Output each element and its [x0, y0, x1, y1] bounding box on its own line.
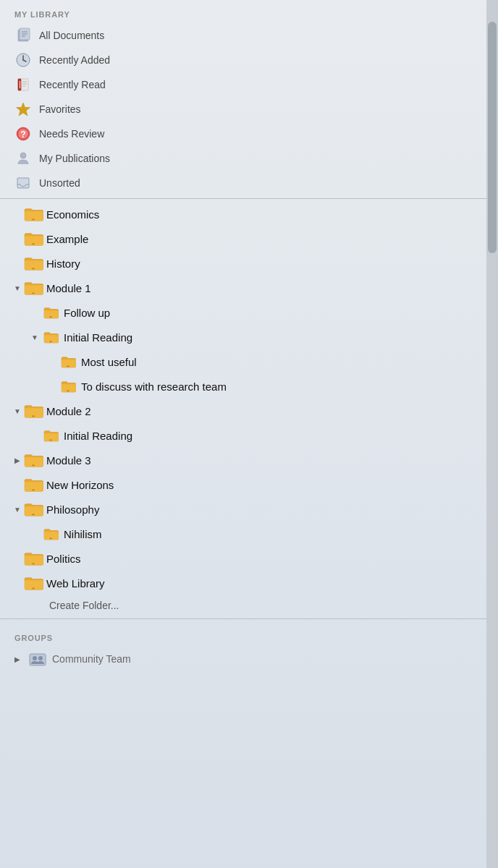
folder-example[interactable]: Example [0, 226, 486, 251]
folder-label-economics: Economics [46, 208, 99, 221]
folder-label-history: History [46, 258, 80, 270]
expand-arrow-philosophy[interactable] [12, 503, 23, 515]
folder-icon-initial-reading-1 [41, 328, 61, 346]
expand-arrow-module2[interactable] [12, 405, 23, 417]
folder-icon-nihilism [41, 525, 61, 542]
svg-rect-22 [32, 268, 35, 269]
folder-label-module2: Module 2 [46, 405, 91, 417]
group-community-team[interactable]: Community Team [0, 647, 486, 671]
scrollbar-track[interactable] [486, 0, 498, 868]
folder-label-new-horizons: New Horizons [46, 479, 114, 491]
svg-rect-24 [49, 316, 52, 318]
folder-label-initial-reading-1: Initial Reading [64, 331, 132, 344]
folder-module3[interactable]: Module 3 [0, 448, 486, 472]
create-folder-button[interactable]: Create Folder... [0, 595, 486, 616]
folder-label-web-library: Web Library [46, 577, 105, 590]
sidebar-item-all-documents[interactable]: All Documents [0, 23, 486, 48]
unsorted-label: Unsorted [39, 177, 80, 189]
sidebar-item-favorites[interactable]: Favorites [0, 97, 486, 122]
folder-philosophy[interactable]: Philosophy [0, 497, 486, 522]
scrollbar-thumb[interactable] [488, 22, 497, 253]
folder-followup[interactable]: Follow up [0, 300, 486, 325]
favorites-label: Favorites [39, 103, 81, 115]
folder-initial-reading-1[interactable]: Initial Reading [0, 325, 486, 349]
folder-economics[interactable]: Economics [0, 202, 486, 226]
docs-icon [14, 27, 32, 44]
folder-label-nihilism: Nihilism [64, 528, 102, 540]
folder-to-discuss[interactable]: To discuss with research team [0, 374, 486, 399]
group-icon-community-team [28, 650, 48, 668]
expand-arrow-module3[interactable] [12, 454, 23, 466]
folder-label-module3: Module 3 [46, 454, 91, 467]
svg-rect-35 [32, 587, 35, 589]
folder-icon-to-discuss [58, 378, 78, 395]
star-icon [14, 101, 32, 118]
folder-new-horizons[interactable]: New Horizons [0, 472, 486, 497]
folder-label-to-discuss: To discuss with research team [81, 380, 227, 393]
folder-icon-module2 [23, 402, 43, 420]
recently-added-label: Recently Added [39, 54, 110, 66]
folder-web-library[interactable]: Web Library [0, 571, 486, 595]
sidebar-item-needs-review[interactable]: ? Needs Review [0, 122, 486, 146]
expand-arrow-initial-reading-1[interactable] [29, 331, 41, 343]
svg-rect-34 [32, 563, 35, 564]
svg-text:?: ? [20, 129, 25, 140]
svg-rect-20 [32, 218, 35, 220]
folder-icon-initial-reading-2 [41, 427, 61, 444]
needs-review-label: Needs Review [39, 128, 104, 140]
section-divider [0, 198, 486, 199]
svg-rect-10 [20, 81, 20, 88]
folder-module1[interactable]: Module 1 [0, 276, 486, 300]
groups-divider [0, 618, 486, 619]
folder-icon-most-useful [58, 353, 78, 370]
folder-initial-reading-2[interactable]: Initial Reading [0, 423, 486, 448]
folder-icon-economics [23, 205, 43, 223]
person-icon [14, 150, 32, 167]
svg-point-37 [33, 656, 37, 660]
svg-point-38 [38, 656, 43, 660]
sidebar-item-recently-added[interactable]: Recently Added [0, 48, 486, 72]
folder-label-example: Example [46, 233, 88, 245]
folder-politics[interactable]: Politics [0, 546, 486, 571]
folder-module2[interactable]: Module 2 [0, 399, 486, 423]
folder-icon-new-horizons [23, 476, 43, 493]
svg-rect-21 [32, 243, 35, 244]
group-label-community-team: Community Team [52, 653, 131, 665]
folder-history[interactable]: History [0, 251, 486, 276]
groups-section: GROUPS Community Team [0, 624, 486, 671]
sidebar-item-unsorted[interactable]: Unsorted [0, 171, 486, 195]
folder-label-module1: Module 1 [46, 282, 91, 294]
folder-icon-politics [23, 550, 43, 567]
expand-arrow-module1[interactable] [12, 282, 23, 294]
sidebar: MY LIBRARY All Documents [0, 0, 498, 868]
folder-nihilism[interactable]: Nihilism [0, 522, 486, 546]
inbox-icon [14, 174, 32, 192]
svg-rect-28 [32, 415, 35, 417]
create-folder-label: Create Folder... [49, 600, 119, 611]
folder-icon-history [23, 255, 43, 272]
folder-label-philosophy: Philosophy [46, 503, 99, 516]
folder-icon-philosophy [23, 501, 43, 518]
svg-point-18 [20, 153, 26, 158]
folder-most-useful[interactable]: Most useful [0, 349, 486, 374]
svg-rect-31 [32, 489, 35, 490]
svg-rect-33 [49, 537, 52, 539]
sidebar-item-my-publications[interactable]: My Publications [0, 146, 486, 171]
folder-label-most-useful: Most useful [81, 356, 137, 368]
folder-icon-followup [41, 304, 61, 321]
folder-label-followup: Follow up [64, 307, 110, 319]
svg-rect-26 [67, 365, 69, 367]
folder-label-politics: Politics [46, 553, 81, 565]
folder-icon-web-library [23, 574, 43, 592]
expand-arrow-community-team[interactable] [12, 653, 23, 665]
recently-read-label: Recently Read [39, 79, 106, 90]
sidebar-content: MY LIBRARY All Documents [0, 0, 486, 868]
svg-rect-25 [49, 341, 52, 342]
folder-icon-example [23, 230, 43, 247]
sidebar-item-recently-read[interactable]: Recently Read [0, 72, 486, 97]
clock-icon [14, 51, 32, 69]
svg-rect-30 [32, 464, 35, 466]
svg-rect-32 [32, 514, 35, 515]
svg-rect-29 [49, 439, 52, 441]
svg-rect-27 [67, 390, 69, 391]
